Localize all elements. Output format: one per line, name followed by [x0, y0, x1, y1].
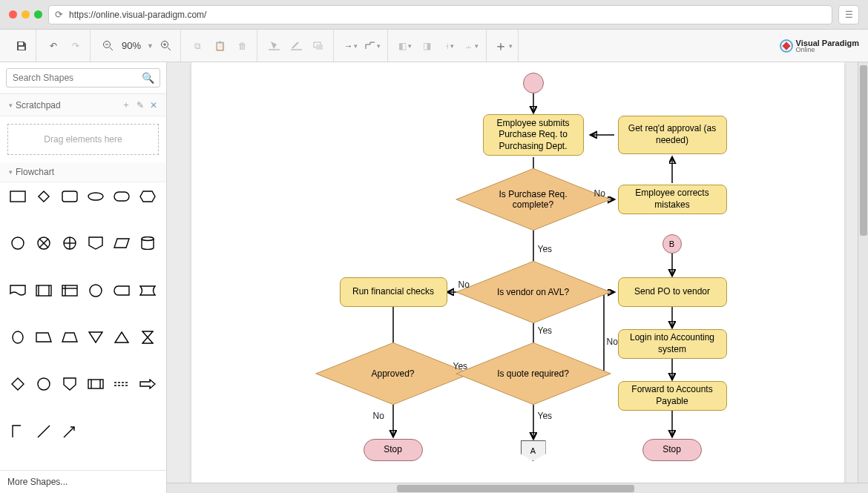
- scratchpad-section[interactable]: ▾ Scratchpad ＋ ✎ ✕: [0, 94, 166, 116]
- shape-round-side[interactable]: [111, 282, 132, 299]
- shape-round-rect[interactable]: [59, 188, 80, 205]
- save-button[interactable]: [12, 36, 31, 56]
- term-text: Stop: [384, 444, 402, 456]
- process-box2[interactable]: Get req'd approval (as needed): [618, 116, 727, 154]
- shape-triangle-down[interactable]: [85, 329, 106, 345]
- canvas-scroll[interactable]: Employee submits Purchase Req. to Purcha…: [167, 62, 868, 483]
- undo-button[interactable]: ↶: [44, 36, 63, 56]
- shape-trapezoid[interactable]: [59, 329, 80, 345]
- terminator-stop2[interactable]: Stop: [642, 439, 702, 461]
- shape-arrow-line[interactable]: [59, 423, 80, 440]
- connector-b[interactable]: B: [662, 234, 682, 254]
- shape-terminator[interactable]: [111, 188, 132, 205]
- shape-offpage[interactable]: [85, 235, 106, 251]
- shape-doc[interactable]: [7, 282, 28, 299]
- chevron-down-icon[interactable]: ▼: [147, 42, 154, 50]
- shape-internal[interactable]: [59, 282, 80, 299]
- delete-button: 🗑: [233, 36, 252, 56]
- shape-flag[interactable]: [137, 282, 158, 299]
- shape-hourglass[interactable]: [137, 329, 158, 345]
- scratchpad-drop-zone[interactable]: Drag elements here: [7, 124, 159, 155]
- flowchart-section[interactable]: ▾ Flowchart: [0, 162, 166, 182]
- decision-d1[interactable]: Is Purchase Req. complete?: [478, 177, 589, 222]
- svg-point-43: [38, 378, 50, 390]
- svg-rect-17: [114, 192, 129, 201]
- edge-label-yes: Yes: [538, 411, 553, 421]
- shape-circle-open[interactable]: [7, 235, 28, 251]
- conn-text: B: [669, 239, 674, 249]
- horizontal-scrollbar[interactable]: [167, 483, 868, 493]
- zoom-in-button[interactable]: [157, 36, 176, 56]
- shape-trap-r[interactable]: [33, 329, 54, 345]
- decision-text: Is Purchase Req. complete?: [485, 189, 582, 210]
- url-bar[interactable]: ⟳ https://online.visual-paradigm.com/: [48, 5, 832, 24]
- shape-arrow[interactable]: [137, 376, 158, 392]
- shape-dashes[interactable]: [111, 376, 132, 392]
- process-box5[interactable]: Send PO to vendor: [618, 277, 727, 307]
- svg-marker-49: [140, 380, 155, 388]
- shape-parallelogram[interactable]: [111, 235, 132, 251]
- vertical-scrollbar[interactable]: [858, 62, 868, 483]
- svg-rect-0: [19, 42, 23, 45]
- maximize-icon[interactable]: [34, 10, 42, 19]
- add-button[interactable]: ＋▾: [494, 36, 513, 56]
- shape-diamond2[interactable]: [7, 376, 28, 392]
- shape-triangle-up[interactable]: [111, 329, 132, 345]
- svg-marker-38: [62, 333, 77, 342]
- edge-label-no: No: [373, 411, 384, 421]
- decision-d3[interactable]: Approved?: [338, 351, 449, 396]
- close-icon[interactable]: [9, 10, 17, 19]
- connector-style-button[interactable]: →▾: [341, 36, 361, 56]
- process-box3[interactable]: Employee corrects mistakes: [618, 185, 727, 214]
- hamburger-menu-button[interactable]: ☰: [838, 5, 859, 24]
- edit-scratch-icon[interactable]: ✎: [135, 100, 145, 110]
- process-box7[interactable]: Forward to Accounts Payable: [618, 381, 727, 411]
- svg-rect-44: [88, 380, 103, 388]
- edge-label-no: No: [607, 337, 618, 347]
- process-box4[interactable]: Run financial checks: [340, 277, 447, 307]
- close-scratch-icon[interactable]: ✕: [148, 100, 159, 110]
- terminator-stop1[interactable]: Stop: [364, 439, 423, 461]
- reload-icon[interactable]: ⟳: [55, 9, 63, 20]
- decision-d2[interactable]: Is vendor on AVL?: [478, 270, 589, 314]
- shape-shield[interactable]: [59, 376, 80, 392]
- add-scratch-icon[interactable]: ＋: [120, 99, 132, 111]
- more-shapes-button[interactable]: More Shapes...: [0, 470, 166, 493]
- start-node[interactable]: [523, 73, 544, 93]
- zoom-out-button[interactable]: [98, 36, 117, 56]
- process-box6[interactable]: Login into Accounting system: [618, 329, 727, 359]
- svg-line-50: [38, 426, 50, 437]
- shape-circle-x[interactable]: [33, 235, 54, 251]
- svg-rect-15: [62, 191, 77, 202]
- shape-circle2[interactable]: [85, 282, 106, 299]
- svg-rect-9: [269, 49, 280, 50]
- minimize-icon[interactable]: [22, 10, 30, 19]
- search-shapes-input[interactable]: [6, 68, 160, 87]
- svg-marker-27: [114, 239, 129, 248]
- shape-bracket[interactable]: [7, 423, 28, 440]
- to-front-button: ◧▾: [395, 36, 415, 56]
- shape-circle-plus[interactable]: [59, 235, 80, 251]
- flowchart-title: Flowchart: [16, 167, 54, 177]
- shape-ellipse-tall[interactable]: [7, 329, 28, 345]
- shape-rect[interactable]: [7, 188, 28, 205]
- shape-line[interactable]: [33, 423, 54, 440]
- svg-rect-14: [39, 191, 49, 202]
- svg-line-3: [110, 47, 113, 50]
- decision-d4[interactable]: Is quote required?: [478, 351, 589, 396]
- shape-hex[interactable]: [137, 188, 158, 205]
- shape-cylinder[interactable]: [137, 235, 158, 251]
- shape-predefined[interactable]: [33, 282, 54, 299]
- svg-point-28: [142, 237, 154, 241]
- offpage-a[interactable]: A: [521, 440, 546, 461]
- waypoint-style-button[interactable]: ▾: [364, 36, 383, 56]
- process-box1[interactable]: Employee submits Purchase Req. to Purcha…: [483, 114, 584, 156]
- product-logo: Visual Paradigm Online: [780, 39, 859, 53]
- drawing-page[interactable]: Employee submits Purchase Req. to Purcha…: [191, 62, 844, 483]
- shape-circle3[interactable]: [33, 376, 54, 392]
- shape-card[interactable]: [85, 376, 106, 392]
- svg-marker-41: [142, 331, 153, 343]
- search-icon[interactable]: 🔍: [142, 72, 154, 84]
- shape-ellipse-wide[interactable]: [85, 188, 106, 205]
- shape-diamond[interactable]: [33, 188, 54, 205]
